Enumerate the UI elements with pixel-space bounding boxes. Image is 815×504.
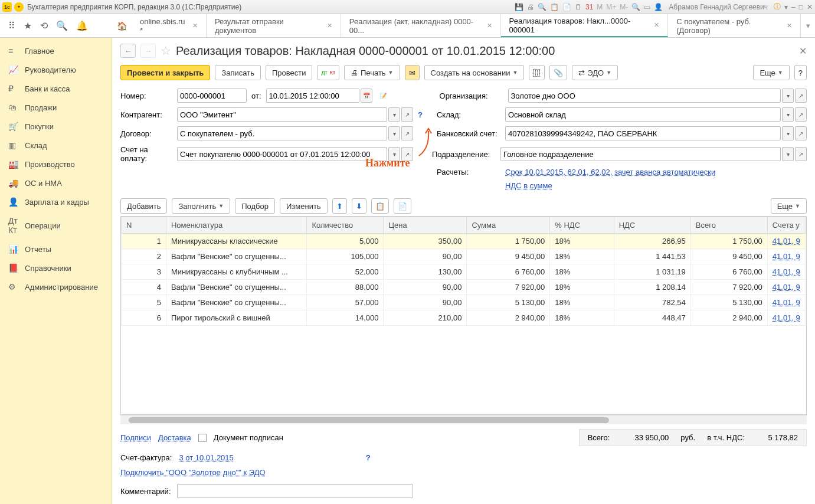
contragent-help-icon[interactable]: ? (418, 110, 423, 119)
column-header[interactable]: Номенклатура (166, 217, 307, 234)
info-icon[interactable]: ⓘ (774, 2, 781, 12)
contract-input[interactable] (177, 126, 387, 140)
calendar-picker-icon[interactable]: 📅 (361, 89, 372, 103)
clipboard-icon[interactable]: 📋 (550, 3, 559, 11)
invoice-help-icon[interactable]: ? (366, 453, 371, 462)
create-based-button[interactable]: Создать на основании ▼ (424, 65, 525, 80)
column-header[interactable]: НДС (614, 217, 690, 234)
column-header[interactable]: % НДС (550, 217, 614, 234)
zoom-icon[interactable]: 🔍 (631, 3, 640, 11)
mail-button[interactable]: ✉ (405, 65, 420, 80)
signatures-link[interactable]: Подписи (120, 433, 151, 442)
tab-close-icon[interactable]: ✕ (787, 22, 792, 30)
org-input[interactable] (508, 89, 781, 103)
m-icon[interactable]: M (597, 3, 603, 11)
warehouse-input[interactable] (505, 107, 781, 122)
column-header[interactable]: Сумма (467, 217, 550, 234)
division-input[interactable] (500, 147, 781, 161)
favorite-star-icon[interactable]: ☆ (161, 44, 171, 58)
structure-button[interactable]: ⿲ (529, 65, 545, 80)
account-link[interactable]: 41.01, 9 (773, 298, 800, 307)
windows-icon[interactable]: ▭ (644, 3, 650, 11)
post-button[interactable]: Провести (266, 65, 313, 80)
org-dd-icon[interactable]: ▾ (782, 89, 794, 103)
user-name[interactable]: Абрамов Геннадий Сергеевич (669, 3, 768, 11)
pick-button[interactable]: Подбор (235, 198, 275, 214)
account-link[interactable]: 41.01, 9 (773, 252, 800, 261)
bank-dd-icon[interactable]: ▾ (782, 126, 794, 140)
calc-link[interactable]: Срок 10.01.2015, 62.01, 62.02, зачет ава… (505, 168, 715, 176)
comment-input[interactable] (177, 484, 413, 498)
help-button[interactable]: ? (794, 65, 807, 80)
sidebar-item-0[interactable]: ≡Главное (0, 41, 112, 60)
m-plus-icon[interactable]: M+ (606, 3, 616, 11)
contract-open-icon[interactable]: ↗ (401, 126, 413, 140)
invoice-facture-link[interactable]: 3 от 10.01.2015 (179, 453, 233, 462)
tab-close-icon[interactable]: ✕ (487, 22, 492, 30)
invoice-input[interactable] (177, 147, 387, 161)
tab-2[interactable]: Реализация (акт, накладная) 0000-00...✕ (341, 14, 501, 37)
table-row[interactable]: 2Вафли "Венские" со сгущенны...105,00090… (122, 249, 806, 264)
dtkt-button[interactable]: ДтКт (317, 65, 339, 80)
bank-input[interactable] (505, 126, 781, 140)
sidebar-item-5[interactable]: ▥Склад (0, 136, 112, 155)
tab-close-icon[interactable]: ✕ (192, 22, 198, 30)
date-input[interactable] (266, 89, 359, 103)
home-icon[interactable]: 🏠 (117, 21, 127, 31)
table-row[interactable]: 3Миникруассаны с клубничным ...52,000130… (122, 264, 806, 280)
nav-forward-button[interactable]: → (140, 44, 156, 58)
doc-icon[interactable]: 📄 (562, 3, 571, 11)
edo-button[interactable]: ⇄ ЭДО ▼ (572, 65, 618, 80)
delivery-link[interactable]: Доставка (158, 433, 191, 442)
bank-open-icon[interactable]: ↗ (795, 126, 807, 140)
division-open-icon[interactable]: ↗ (795, 147, 807, 161)
number-input[interactable] (177, 89, 247, 103)
tab-close-icon[interactable]: ✕ (654, 21, 659, 29)
doc-signed-checkbox[interactable] (198, 434, 207, 442)
bell-icon[interactable]: 🔔 (76, 20, 88, 31)
connect-edo-link[interactable]: Подключить "ООО "Золотое дно"" к ЭДО (120, 468, 266, 477)
sidebar-item-3[interactable]: 🛍Продажи (0, 98, 112, 117)
column-header[interactable]: Всего (690, 217, 767, 234)
tabs-more-icon[interactable]: ▾ (801, 21, 815, 30)
minimize-icon[interactable]: – (791, 3, 796, 11)
column-header[interactable]: Счета у (767, 217, 806, 234)
nav-back-button[interactable]: ← (120, 44, 136, 58)
apps-icon[interactable]: ⠿ (8, 20, 15, 31)
tab-4[interactable]: С покупателем - руб. (Договор)✕ (668, 14, 801, 37)
more-button[interactable]: Еще ▼ (753, 65, 789, 80)
dd2-icon[interactable]: ▾ (784, 3, 788, 11)
sidebar-item-4[interactable]: 🛒Покупки (0, 117, 112, 136)
fill-button[interactable]: Заполнить ▼ (172, 198, 230, 214)
contragent-input[interactable] (177, 107, 387, 122)
account-link[interactable]: 41.01, 9 (773, 237, 800, 246)
sidebar-item-2[interactable]: ₽Банк и касса (0, 79, 112, 98)
sidebar-item-1[interactable]: 📈Руководителю (0, 60, 112, 79)
print-icon[interactable]: 🖨 (527, 3, 534, 11)
sidebar-item-6[interactable]: 🏭Производство (0, 155, 112, 174)
preview-icon[interactable]: 🔍 (538, 3, 546, 11)
edit-inline-icon[interactable]: 📝 (377, 89, 389, 103)
column-header[interactable]: Цена (384, 217, 467, 234)
maximize-icon[interactable]: □ (799, 3, 803, 11)
contragent-dd-icon[interactable]: ▾ (388, 107, 400, 122)
division-dd-icon[interactable]: ▾ (782, 147, 794, 161)
dropdown-icon[interactable]: ▾ (14, 2, 24, 12)
tab-close-icon[interactable]: ✕ (327, 22, 332, 30)
column-header[interactable]: N (122, 217, 166, 234)
star-icon[interactable]: ★ (24, 20, 32, 31)
close-page-icon[interactable]: ✕ (799, 45, 807, 57)
change-button[interactable]: Изменить (280, 198, 328, 214)
sidebar-item-12[interactable]: ⚙Администрирование (0, 277, 112, 296)
calc-icon[interactable]: 🗒 (575, 3, 582, 11)
org-open-icon[interactable]: ↗ (795, 89, 807, 103)
close-window-icon[interactable]: ✕ (807, 3, 813, 11)
sidebar-item-8[interactable]: 👤Зарплата и кадры (0, 192, 112, 211)
write-button[interactable]: Записать (215, 65, 261, 80)
post-and-close-button[interactable]: Провести и закрыть (120, 65, 210, 80)
warehouse-dd-icon[interactable]: ▾ (782, 107, 794, 122)
move-down-button[interactable]: ⬇ (352, 198, 366, 214)
account-link[interactable]: 41.01, 9 (773, 283, 800, 292)
table-row[interactable]: 6Пирог тирольский с вишней14,000210,002 … (122, 310, 806, 326)
attach-button[interactable]: 📎 (549, 65, 567, 80)
